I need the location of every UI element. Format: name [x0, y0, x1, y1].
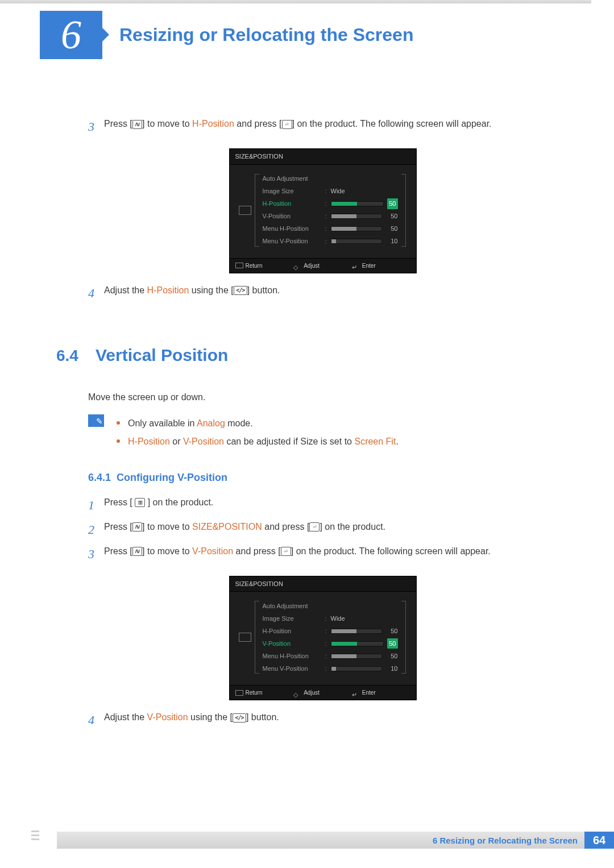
osd-slider-bar — [331, 239, 382, 244]
leftright-key-icon — [234, 286, 247, 295]
osd-slider-bar — [331, 226, 382, 231]
osd-return-label: Return — [246, 688, 263, 697]
step-number: 4 — [88, 284, 104, 302]
step-1: 1 Press [ ] on the product. — [88, 496, 557, 514]
osd-slider-bar — [331, 201, 384, 206]
highlight-h-position: H-Position — [192, 119, 234, 128]
osd-value-number: 10 — [385, 664, 398, 674]
step-3b: 3 Press [] to move to V-Position and pre… — [88, 545, 557, 563]
osd-value-number: 50 — [387, 198, 397, 209]
text: ] on the product. The following screen w… — [291, 546, 491, 556]
manual-page: 6 Resizing or Relocating the Screen 3 Pr… — [0, 0, 614, 849]
osd-bracket — [401, 174, 406, 247]
highlight-size-position: SIZE&POSITION — [192, 522, 262, 531]
text: Adjust the — [104, 285, 147, 295]
osd-return-label: Return — [246, 261, 263, 270]
header-rule — [0, 0, 591, 3]
text: Press [ — [104, 119, 132, 128]
footer-bar: 6 Resizing or Relocating the Screen 64 — [57, 832, 614, 849]
step-2: 2 Press [] to move to SIZE&POSITION and … — [88, 520, 557, 539]
page-content: 3 Press [] to move to H-Position and pre… — [0, 60, 614, 729]
return-icon — [235, 690, 243, 696]
note-item: H-Position or V-Position can be adjusted… — [114, 435, 557, 448]
enter-icon — [352, 263, 360, 268]
osd-row-value: 50 — [331, 224, 398, 234]
osd-value-number: 50 — [385, 211, 398, 221]
osd-slider-bar — [331, 654, 382, 659]
osd-enter-label: Enter — [362, 688, 376, 697]
osd-row: V-Position:50 — [263, 210, 398, 223]
osd-colon: : — [325, 236, 331, 246]
osd-colon: : — [325, 651, 331, 661]
osd-row: Menu H-Position:50 — [263, 223, 398, 235]
updown-key-icon — [132, 522, 142, 531]
text: Press [ — [104, 497, 135, 507]
osd-row-label: H-Position — [263, 199, 325, 209]
osd-row-label: Image Size — [263, 614, 325, 624]
osd-colon: : — [325, 639, 331, 649]
osd-row-label: Auto Adjustment — [263, 174, 325, 184]
text: ] button. — [246, 712, 279, 722]
text: ] on the product. — [320, 522, 385, 531]
osd-screenshot-h-position: SIZE&POSITION Auto AdjustmentImage Size:… — [88, 148, 557, 273]
text: and press [ — [262, 522, 310, 531]
osd-row: Auto Adjustment — [263, 173, 398, 185]
menu-key-icon — [135, 498, 145, 507]
highlight-v-position: V-Position — [192, 546, 233, 556]
footer-chapter-ref: 6 Resizing or Relocating the Screen — [433, 836, 578, 845]
section-title: Vertical Position — [96, 342, 228, 368]
step-text: Adjust the V-Position using the [] butto… — [104, 711, 557, 724]
osd-value-text: Wide — [331, 614, 345, 624]
osd-category-icon — [235, 173, 255, 248]
osd-body: Auto AdjustmentImage Size:WideH-Position… — [230, 165, 416, 258]
note-icon — [88, 414, 104, 427]
osd-row: Menu H-Position:50 — [263, 650, 398, 662]
text: and press [ — [233, 546, 281, 556]
osd-row-label: Menu V-Position — [263, 236, 325, 246]
osd-row-value: 50 — [331, 211, 398, 221]
osd-footer: Return Adjust Enter — [230, 258, 416, 273]
leftright-key-icon — [233, 713, 246, 722]
highlight-v-position: V-Position — [147, 712, 188, 722]
text: ] to move to — [142, 522, 192, 531]
osd-title: SIZE&POSITION — [230, 576, 416, 592]
text: ] to move to — [142, 546, 192, 556]
osd-row-value: 10 — [331, 664, 398, 674]
osd-row-value: 50 — [331, 638, 398, 649]
step-text: Press [ ] on the product. — [104, 496, 557, 509]
text: mode. — [225, 418, 253, 428]
enter-icon — [352, 690, 360, 696]
osd-slider-bar — [331, 641, 384, 646]
step-4: 4 Adjust the H-Position using the [] but… — [88, 284, 557, 302]
osd-row-label: V-Position — [263, 211, 325, 221]
osd-colon: : — [325, 224, 331, 234]
osd-body: Auto AdjustmentImage Size:WideH-Position… — [230, 592, 416, 685]
footer-decorative-marks — [31, 830, 39, 842]
page-footer: 6 Resizing or Relocating the Screen 64 — [0, 832, 614, 849]
osd-adjust-label: Adjust — [304, 261, 320, 270]
osd-row-label: Menu H-Position — [263, 651, 325, 661]
text: and press [ — [234, 119, 282, 128]
text: Press [ — [104, 522, 132, 531]
highlight-v-position: V-Position — [183, 437, 224, 446]
osd-bracket — [401, 601, 406, 674]
osd-row: Auto Adjustment — [263, 600, 398, 612]
osd-row-value: Wide — [331, 614, 398, 624]
osd-value-number: 10 — [385, 236, 398, 246]
bullet-icon — [117, 439, 120, 443]
bullet-icon — [117, 421, 120, 425]
step-text: Press [] to move to H-Position and press… — [104, 117, 557, 131]
osd-rows: Auto AdjustmentImage Size:WideH-Position… — [259, 173, 401, 248]
osd-row-value: 50 — [331, 651, 398, 661]
return-icon — [235, 263, 243, 268]
step-number: 1 — [88, 496, 104, 514]
enter-key-icon — [309, 522, 320, 531]
osd-row-label: Image Size — [263, 186, 325, 196]
step-number: 4 — [88, 711, 104, 729]
note-block: Only available in Analog mode. H-Positio… — [88, 414, 557, 453]
osd-colon: : — [325, 664, 331, 674]
text: Only available in — [128, 418, 197, 428]
osd-row-label: H-Position — [263, 626, 325, 636]
highlight-screen-fit: Screen Fit — [354, 437, 396, 446]
note-list: Only available in Analog mode. H-Positio… — [114, 414, 557, 453]
